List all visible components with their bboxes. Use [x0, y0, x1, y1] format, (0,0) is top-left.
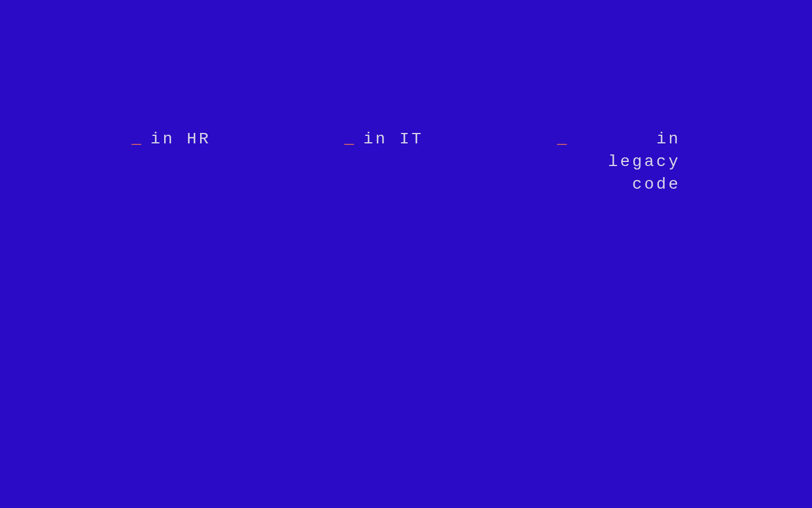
item-it: _ in IT [345, 128, 424, 196]
item-hr: _ in HR [132, 128, 211, 196]
items-row: _ in HR _ in IT _ in legacy code [0, 128, 812, 196]
underscore-icon: _ [132, 129, 143, 149]
underscore-icon: _ [557, 129, 568, 149]
item-label: in HR [151, 128, 211, 150]
item-label: in IT [363, 128, 423, 150]
item-legacy-code: _ in legacy code [557, 128, 680, 196]
item-label: in legacy code [576, 128, 680, 196]
underscore-icon: _ [345, 129, 356, 149]
